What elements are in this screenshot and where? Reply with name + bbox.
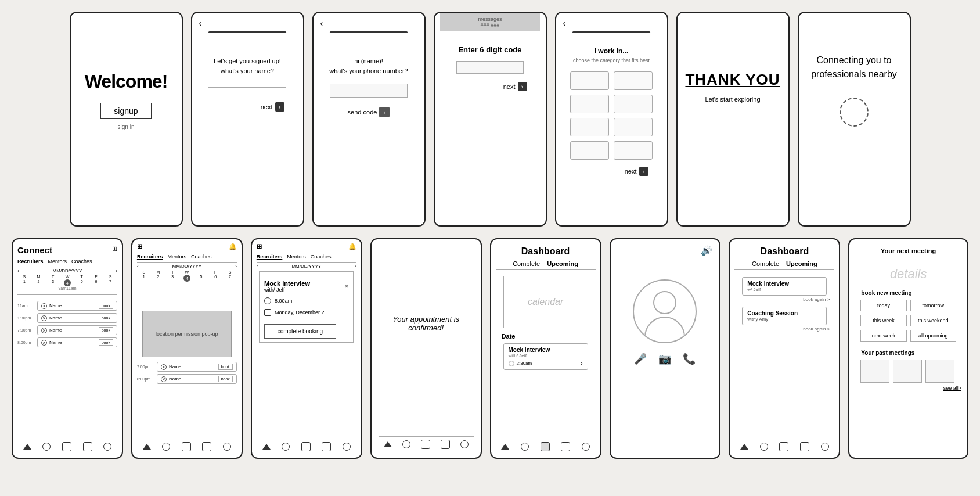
tab-coaches[interactable]: Coaches: [191, 254, 212, 260]
close-icon[interactable]: ×: [344, 282, 348, 290]
next-button[interactable]: next ›: [261, 102, 284, 112]
tab-upcoming[interactable]: Upcoming: [786, 260, 817, 267]
bell-icon[interactable]: 🔔: [348, 243, 356, 250]
next-button[interactable]: next ›: [625, 167, 648, 176]
this-weekend-option[interactable]: this weekend: [910, 315, 956, 326]
home-nav-icon[interactable]: [262, 444, 271, 450]
explore-nav-icon[interactable]: [282, 443, 290, 451]
explore-nav-icon[interactable]: [42, 443, 51, 451]
this-week-option[interactable]: this week: [860, 315, 906, 326]
book-button[interactable]: book: [99, 327, 113, 333]
back-arrow-icon[interactable]: ‹: [199, 19, 202, 28]
book-button[interactable]: book: [99, 339, 113, 346]
filter-icon[interactable]: ⊞: [112, 245, 117, 253]
calendar-nav-icon[interactable]: [779, 442, 788, 451]
all-upcoming-option[interactable]: all upcoming: [910, 330, 956, 342]
tab-mentors[interactable]: Mentors: [287, 254, 306, 260]
cal-today[interactable]: 4: [60, 279, 74, 286]
profile-nav-icon[interactable]: [343, 443, 351, 451]
video-icon[interactable]: 📷: [658, 353, 671, 365]
speaker-icon[interactable]: 🔊: [701, 245, 712, 256]
explore-nav-icon[interactable]: [521, 443, 529, 451]
book-button[interactable]: book: [99, 303, 113, 309]
back-arrow-icon[interactable]: ‹: [563, 19, 566, 28]
home-nav-icon[interactable]: [501, 444, 509, 450]
home-nav-icon[interactable]: [143, 444, 151, 450]
signup-button[interactable]: signup: [100, 103, 151, 119]
today-option[interactable]: today: [860, 300, 906, 311]
cal-today[interactable]: 4: [180, 275, 194, 282]
tab-recruiters[interactable]: Recruiters: [257, 254, 283, 260]
calendar-nav-icon[interactable]: [301, 442, 311, 451]
past-meeting-thumb-3[interactable]: [925, 360, 954, 383]
bookmark-nav-icon[interactable]: [83, 442, 92, 451]
complete-booking-button[interactable]: complete booking: [264, 324, 336, 339]
calendar-nav-icon[interactable]: [421, 440, 430, 449]
filter-icon[interactable]: ⊞: [137, 243, 142, 250]
back-arrow-icon[interactable]: ‹: [320, 19, 323, 28]
cal-prev-icon[interactable]: ‹: [137, 264, 139, 269]
book-button[interactable]: book: [218, 364, 233, 370]
home-nav-icon[interactable]: [384, 441, 392, 447]
microphone-icon[interactable]: 🎤: [634, 353, 647, 365]
bookmark-nav-icon[interactable]: [800, 442, 809, 451]
tomorrow-option[interactable]: tomorrow: [910, 300, 956, 311]
send-code-button[interactable]: send code ›: [348, 107, 390, 117]
book-again-button-1[interactable]: book again >: [803, 297, 830, 302]
cal-prev-icon[interactable]: ‹: [17, 268, 19, 274]
book-again-button-2[interactable]: book again >: [803, 326, 830, 332]
chevron-right-icon[interactable]: ›: [581, 360, 582, 366]
profile-nav-icon[interactable]: [103, 443, 111, 451]
signin-link[interactable]: sign in: [118, 124, 135, 130]
category-item[interactable]: [614, 118, 653, 136]
tab-recruiters[interactable]: Recruiters: [137, 254, 163, 260]
cal-next-icon[interactable]: ›: [116, 268, 117, 274]
next-button[interactable]: next ›: [503, 82, 527, 91]
filter-icon[interactable]: ⊞: [257, 243, 262, 250]
next-week-option[interactable]: next week: [860, 330, 906, 342]
home-nav-icon[interactable]: [23, 444, 31, 450]
bookmark-nav-icon[interactable]: [561, 442, 570, 451]
bell-icon[interactable]: 🔔: [229, 243, 237, 250]
profile-nav-icon[interactable]: [223, 443, 231, 451]
bookmark-nav-icon[interactable]: [441, 440, 450, 449]
calendar-nav-icon[interactable]: [62, 442, 71, 451]
cal-prev-icon[interactable]: ‹: [257, 264, 258, 269]
past-meeting-thumb-1[interactable]: [860, 360, 889, 383]
cal-next-icon[interactable]: ›: [235, 264, 237, 269]
bookmark-nav-icon[interactable]: [202, 442, 211, 451]
explore-nav-icon[interactable]: [162, 443, 170, 451]
cal-next-icon[interactable]: ›: [355, 264, 356, 269]
location-permission-popup[interactable]: location permission pop-up: [142, 311, 232, 357]
home-nav-icon[interactable]: [740, 444, 748, 450]
category-item[interactable]: [614, 71, 653, 90]
time-slider[interactable]: [17, 294, 117, 295]
category-item[interactable]: [570, 141, 609, 160]
category-item[interactable]: [614, 141, 653, 160]
tab-coaches[interactable]: Coaches: [311, 254, 332, 260]
tab-coaches[interactable]: Coaches: [71, 258, 92, 264]
tab-recruiters[interactable]: Recruiters: [17, 258, 44, 264]
profile-nav-icon[interactable]: [460, 440, 469, 448]
book-button[interactable]: book: [218, 376, 233, 382]
phone-icon[interactable]: 📞: [683, 353, 696, 365]
book-button[interactable]: book: [99, 315, 113, 321]
profile-nav-icon[interactable]: [821, 443, 829, 451]
tab-complete[interactable]: Complete: [752, 260, 779, 267]
tab-upcoming[interactable]: Upcoming: [547, 260, 578, 267]
past-meeting-thumb-2[interactable]: [893, 360, 922, 383]
category-item[interactable]: [570, 118, 609, 136]
category-item[interactable]: [570, 71, 609, 90]
explore-nav-icon[interactable]: [402, 440, 410, 448]
calendar-nav-icon[interactable]: [541, 442, 550, 451]
tab-mentors[interactable]: Mentors: [48, 258, 67, 264]
category-item[interactable]: [570, 95, 609, 113]
tab-mentors[interactable]: Mentors: [167, 254, 186, 260]
calendar-nav-icon[interactable]: [182, 442, 191, 451]
profile-nav-icon[interactable]: [582, 443, 590, 451]
bookmark-nav-icon[interactable]: [322, 442, 331, 451]
name-input[interactable]: [208, 87, 286, 88]
explore-nav-icon[interactable]: [760, 443, 768, 451]
otp-input[interactable]: [456, 61, 524, 74]
phone-input[interactable]: [330, 84, 408, 98]
